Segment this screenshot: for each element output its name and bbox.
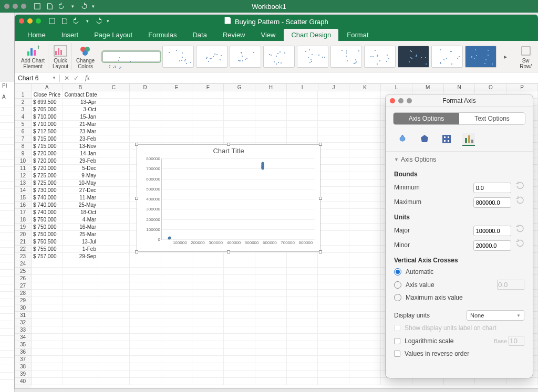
major-label: Major xyxy=(394,227,410,234)
back-window-sliver: PI A xyxy=(0,13,15,392)
fill-line-icon[interactable] xyxy=(396,133,409,146)
svg-rect-16 xyxy=(444,136,446,138)
ribbon-tabs: HomeInsertPage LayoutFormulasDataReviewV… xyxy=(15,27,538,41)
chart-style-3[interactable] xyxy=(196,46,227,68)
minor-input[interactable] xyxy=(473,240,511,251)
front-window-title: Buying Pattern - Scatter Graph xyxy=(224,17,328,26)
svg-rect-13 xyxy=(522,47,530,55)
tab-page-layout[interactable]: Page Layout xyxy=(87,29,140,41)
svg-rect-20 xyxy=(465,138,467,143)
svg-rect-4 xyxy=(34,50,36,56)
row-headers[interactable]: 1234567891011121314151617181920212223242… xyxy=(15,84,32,388)
redo-icon[interactable] xyxy=(94,17,101,25)
back-traffic-lights[interactable] xyxy=(4,4,26,9)
axis-value-input xyxy=(497,280,524,290)
tab-insert[interactable]: Insert xyxy=(54,29,86,41)
embedded-chart[interactable]: Chart Title 0100000200000300000400000500… xyxy=(137,144,320,252)
major-input[interactable] xyxy=(473,226,511,236)
fx-icon[interactable]: fx xyxy=(83,74,92,82)
format-axis-panel: Format Axis Axis Options Text Options ▼A… xyxy=(386,94,533,378)
tab-data[interactable]: Data xyxy=(185,29,214,41)
log-base-input xyxy=(509,336,524,346)
reset-max-icon[interactable] xyxy=(516,196,524,205)
switch-row-col-button[interactable]: Sw Row/ xyxy=(520,44,532,69)
svg-rect-2 xyxy=(27,51,29,56)
chart-style-7[interactable] xyxy=(330,46,362,68)
chart-styles-gallery[interactable] xyxy=(99,46,500,68)
reset-minor-icon[interactable] xyxy=(516,239,524,248)
undo-icon[interactable] xyxy=(74,17,81,25)
front-traffic-lights[interactable] xyxy=(19,18,41,24)
svg-rect-0 xyxy=(35,4,40,9)
tab-format[interactable]: Format xyxy=(339,29,376,41)
panel-titlebar[interactable]: Format Axis xyxy=(386,94,533,107)
tab-home[interactable]: Home xyxy=(20,29,53,41)
chart-style-1[interactable] xyxy=(102,51,160,62)
svg-text:+: + xyxy=(37,45,40,51)
svg-rect-19 xyxy=(448,140,449,142)
chevron-down-icon[interactable]: ▼ xyxy=(52,76,56,80)
quick-access-toolbar[interactable]: ▾ ▾ xyxy=(48,17,109,25)
panel-title: Format Axis xyxy=(442,97,475,104)
chart-style-5[interactable] xyxy=(263,46,295,68)
chart-style-4[interactable] xyxy=(230,46,261,68)
units-header: Units xyxy=(394,209,524,223)
quick-layout-button[interactable]: Quick Layout xyxy=(53,44,68,69)
chart-plot-area[interactable]: 0100000200000300000400000500000600000700… xyxy=(161,158,315,240)
tab-formulas[interactable]: Formulas xyxy=(141,29,184,41)
svg-rect-15 xyxy=(442,135,451,143)
reset-min-icon[interactable] xyxy=(516,182,524,190)
tab-chart-design[interactable]: Chart Design xyxy=(284,29,338,41)
chart-style-10[interactable] xyxy=(431,46,463,68)
log-scale-checkbox[interactable]: Logarithmic scale Base xyxy=(394,334,524,348)
window-icon[interactable] xyxy=(48,17,56,25)
tab-review[interactable]: Review xyxy=(215,29,253,41)
back-window-titlebar: ▾ ▾ Workbook1 xyxy=(0,0,538,13)
effects-icon[interactable] xyxy=(418,133,431,146)
maximum-label: Maximum xyxy=(394,198,421,206)
axis-options-section-header[interactable]: ▼Axis Options xyxy=(394,152,524,166)
minimum-input[interactable] xyxy=(473,183,511,193)
axis-value-radio[interactable]: Axis value xyxy=(394,278,524,292)
tab-view[interactable]: View xyxy=(254,29,283,41)
column-headers[interactable]: ABCDEFGHIJKLMNOP xyxy=(32,84,538,91)
document-icon xyxy=(224,17,231,24)
svg-rect-1 xyxy=(49,18,55,24)
svg-point-12 xyxy=(82,50,88,56)
svg-rect-18 xyxy=(444,140,446,142)
crosses-header: Vertical Axis Crosses xyxy=(394,252,524,266)
panel-tab-segment[interactable]: Axis Options Text Options xyxy=(393,112,525,125)
maximum-axis-value-radio[interactable]: Maximum axis value xyxy=(394,292,524,303)
reverse-order-checkbox[interactable]: Values in reverse order xyxy=(394,348,524,359)
chart-style-11[interactable] xyxy=(465,46,496,68)
show-display-units-checkbox: Show display units label on chart xyxy=(394,322,524,334)
size-properties-icon[interactable] xyxy=(440,133,453,146)
chart-style-6[interactable] xyxy=(297,46,328,68)
axis-options-tab[interactable]: Axis Options xyxy=(394,113,459,124)
minimum-label: Minimum xyxy=(394,184,420,191)
change-colors-button[interactable]: Change Colors xyxy=(76,44,95,69)
display-units-label: Display units xyxy=(394,312,430,319)
text-options-tab[interactable]: Text Options xyxy=(459,113,525,124)
chart-style-2[interactable] xyxy=(162,46,194,68)
automatic-radio[interactable]: Automatic xyxy=(394,266,524,278)
chart-style-9[interactable] xyxy=(398,46,429,68)
chart-style-8[interactable] xyxy=(364,46,396,68)
chart-title[interactable]: Chart Title xyxy=(137,145,320,157)
name-box[interactable]: Chart 6▼ xyxy=(15,75,60,82)
back-quick-access[interactable]: ▾ ▾ xyxy=(34,3,95,10)
reset-major-icon[interactable] xyxy=(516,225,524,233)
svg-rect-9 xyxy=(60,50,62,55)
qat-customize-icon[interactable]: ▾ xyxy=(107,18,109,24)
cancel-formula-icon[interactable]: ✕ xyxy=(64,75,69,82)
gallery-more-icon[interactable]: ▸ xyxy=(501,53,510,60)
front-window-titlebar: ▾ ▾ Buying Pattern - Scatter Graph xyxy=(15,15,538,27)
undo-dropdown-icon[interactable]: ▾ xyxy=(86,18,89,24)
display-units-select[interactable]: None▼ xyxy=(467,310,524,321)
axis-options-icon[interactable] xyxy=(462,133,475,146)
enter-formula-icon[interactable]: ✓ xyxy=(74,75,79,82)
add-chart-element-button[interactable]: + Add Chart Element xyxy=(21,44,45,69)
svg-marker-14 xyxy=(421,135,428,142)
save-icon[interactable] xyxy=(61,17,68,25)
maximum-input[interactable] xyxy=(473,197,511,208)
